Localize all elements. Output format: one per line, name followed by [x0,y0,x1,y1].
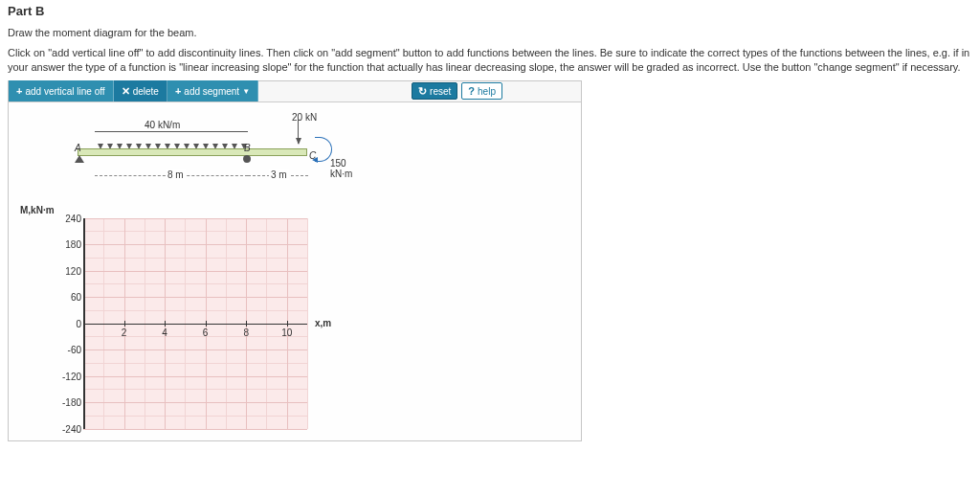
beam-illustration: 40 kN/m 20 kN A B C 150 kN·m 8 m 3 m [78,110,345,211]
x-axis [83,324,307,326]
help-button[interactable]: ? help [461,82,502,100]
y-tick-label: 60 [58,292,81,303]
distributed-load-arrows [95,131,248,148]
dimension-3m-label: 3 m [269,169,289,180]
x-tick-label: 8 [243,327,249,338]
y-axis-label: M,kN·m [20,205,55,215]
drawing-panel: + add vertical line off ✕ delete + add s… [8,80,582,441]
refresh-icon: ↻ [418,85,427,98]
point-a-label: A [75,143,81,153]
reset-button[interactable]: ↻ reset [412,82,457,100]
x-axis-label: x,m [315,318,331,328]
delete-button[interactable]: ✕ delete [114,80,167,101]
distributed-load-label: 40 kN/m [145,120,180,130]
y-tick-label: -180 [58,397,81,408]
y-tick-label: 240 [58,213,81,223]
add-line-label: add vertical line off [25,86,104,97]
part-title: Part B [8,4,972,18]
moment-chart[interactable]: M,kN·m x,m 240180120600-60-120-180-240 2… [58,218,345,429]
point-b-label: B [244,143,251,153]
x-icon: ✕ [122,85,130,98]
point-load-arrow [298,117,299,144]
add-segment-label: add segment [184,86,239,97]
y-tick-label: 0 [58,318,81,328]
chevron-down-icon: ▼ [242,87,250,96]
delete-label: delete [133,86,159,97]
prompt-text: Draw the moment diagram for the beam. [8,26,972,40]
y-tick-label: -120 [58,371,81,381]
roller-support-icon [243,155,251,163]
dimension-8m-label: 8 m [166,169,186,180]
plus-icon: + [175,85,181,97]
instructions-text: Click on "add vertical line off" to add … [8,46,972,75]
x-tick-label: 10 [281,327,292,338]
add-vertical-line-button[interactable]: + add vertical line off [9,80,114,101]
y-tick-label: 180 [58,239,81,250]
y-tick-label: 120 [58,265,81,276]
moment-label: 150 kN·m [330,158,352,179]
x-tick-label: 4 [162,327,167,338]
x-tick-label: 6 [203,327,209,338]
diagram-area: 40 kN/m 20 kN A B C 150 kN·m 8 m 3 m M,k… [9,102,581,440]
point-load-label: 20 kN [292,112,317,123]
add-segment-button[interactable]: + add segment ▼ [167,80,258,101]
reset-label: reset [430,86,451,97]
beam-bar [78,148,307,156]
x-tick-label: 2 [122,327,127,338]
toolbar: + add vertical line off ✕ delete + add s… [9,81,581,102]
question-icon: ? [468,85,475,97]
help-label: help [478,86,496,97]
y-tick-label: -240 [58,423,81,434]
pin-support-icon [75,155,84,165]
y-tick-label: -60 [58,345,81,355]
plus-icon: + [16,85,22,97]
